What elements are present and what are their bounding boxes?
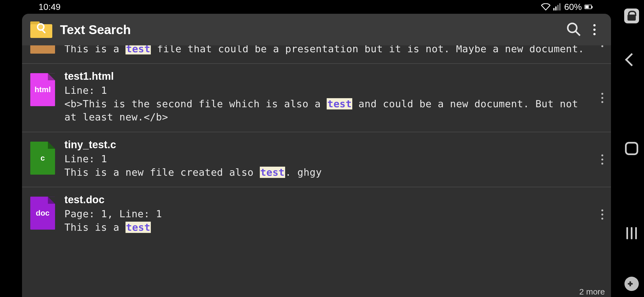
battery-percent: 60% <box>564 2 582 12</box>
result-filename: test.doc <box>64 194 594 206</box>
match-highlight: test <box>327 98 352 109</box>
nav-back-button[interactable] <box>627 55 636 64</box>
result-snippet: <b>This is the second file which is also… <box>64 97 594 124</box>
row-more-button[interactable] <box>601 93 603 103</box>
file-ext-label: txt <box>30 45 55 47</box>
match-highlight: test <box>260 167 285 178</box>
search-button[interactable] <box>566 21 581 38</box>
side-nav-strip <box>619 0 644 297</box>
more-vert-icon <box>601 93 603 103</box>
gamepad-icon <box>624 277 639 291</box>
status-time: 10:49 <box>39 2 61 12</box>
rounded-square-icon <box>625 142 638 155</box>
result-row[interactable]: ctiny_test.cLine: 1This is a new file cr… <box>22 132 611 187</box>
file-ext-label: c <box>30 154 55 163</box>
result-snippet: This is a new file created also test. gh… <box>64 166 594 179</box>
file-ext-label: doc <box>30 209 55 218</box>
recents-icon <box>626 227 637 239</box>
file-type-icon: txt <box>30 45 55 54</box>
svg-line-5 <box>575 31 580 35</box>
row-more-button[interactable] <box>601 210 603 220</box>
result-body: Line: 1This is a test file that could be… <box>64 45 594 56</box>
more-vert-icon <box>601 45 603 51</box>
app-folder-search-icon <box>30 21 52 38</box>
more-vert-icon <box>593 24 596 35</box>
file-type-icon: doc <box>30 197 55 230</box>
file-ext-label: html <box>30 85 55 94</box>
svg-rect-3 <box>559 3 560 10</box>
result-filename: test1.html <box>64 70 594 82</box>
svg-rect-2 <box>557 5 558 10</box>
more-results-label: 2 more <box>579 287 605 296</box>
lock-badge-icon[interactable] <box>624 8 639 24</box>
battery-icon <box>585 5 592 9</box>
more-vert-icon <box>601 155 603 165</box>
result-row[interactable]: doctest.docPage: 1, Line: 1This is a tes… <box>22 187 611 242</box>
app-window: Text Search txtLine: 1This is a test fil… <box>22 14 611 297</box>
result-snippet: This is a test <box>64 221 594 234</box>
result-line-label: Line: 1 <box>64 84 594 97</box>
result-filename: tiny_test.c <box>64 139 594 151</box>
status-right: 60% <box>541 2 592 12</box>
file-type-icon: html <box>30 73 55 106</box>
row-more-button[interactable] <box>601 155 603 165</box>
result-line-label: Page: 1, Line: 1 <box>64 207 594 221</box>
svg-rect-1 <box>555 7 556 10</box>
match-highlight: test <box>125 45 151 54</box>
svg-rect-0 <box>553 8 555 10</box>
result-line-label: Line: 1 <box>64 152 594 166</box>
result-snippet: This is a test file that could be a pres… <box>64 45 594 56</box>
svg-point-4 <box>568 23 577 32</box>
result-body: test1.htmlLine: 1<b>This is the second f… <box>64 70 594 124</box>
match-highlight: test <box>125 222 151 233</box>
game-launcher-button[interactable] <box>624 276 639 292</box>
app-title: Text Search <box>60 22 558 37</box>
nav-home-button[interactable] <box>625 142 638 155</box>
file-type-icon: c <box>30 142 55 175</box>
result-body: tiny_test.cLine: 1This is a new file cre… <box>64 139 594 179</box>
results-list: txtLine: 1This is a test file that could… <box>22 45 611 297</box>
more-vert-icon <box>601 210 603 220</box>
chevron-left-icon <box>625 53 638 66</box>
nav-recents-button[interactable] <box>626 227 637 239</box>
titlebar: Text Search <box>22 14 611 45</box>
status-bar: 10:49 60% <box>0 0 619 14</box>
row-more-button[interactable] <box>601 45 603 51</box>
overflow-menu-button[interactable] <box>589 24 600 35</box>
signal-icon <box>553 3 561 10</box>
result-body: test.docPage: 1, Line: 1This is a test <box>64 194 594 234</box>
result-row[interactable]: htmltest1.htmlLine: 1<b>This is the seco… <box>22 64 611 132</box>
wifi-icon <box>541 3 550 10</box>
result-row[interactable]: txtLine: 1This is a test file that could… <box>22 45 611 64</box>
